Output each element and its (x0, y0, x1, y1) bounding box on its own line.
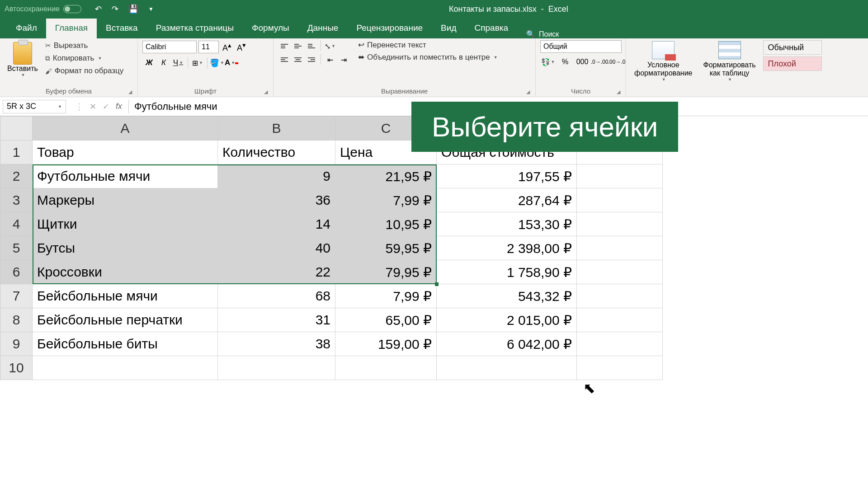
italic-button[interactable]: К (157, 56, 170, 69)
cell-c3[interactable]: 7,99 ₽ (335, 188, 437, 212)
align-right-button[interactable] (305, 54, 318, 66)
cell-c6[interactable]: 79,95 ₽ (335, 260, 437, 284)
copy-button[interactable]: ⧉Копировать▼ (44, 53, 124, 64)
col-header-a[interactable]: A (33, 116, 218, 141)
cell-e8[interactable] (577, 308, 663, 332)
cell-d3[interactable]: 287,64 ₽ (437, 188, 577, 212)
tab-data[interactable]: Данные (298, 19, 348, 38)
search-label[interactable]: Поиск (539, 30, 559, 38)
comma-button[interactable]: 000 (575, 56, 590, 68)
cell-c8[interactable]: 65,00 ₽ (335, 308, 437, 332)
tab-view[interactable]: Вид (432, 19, 465, 38)
row-header-6[interactable]: 6 (0, 260, 33, 284)
orientation-button[interactable]: ⤡▼ (324, 40, 336, 52)
cell-d8[interactable]: 2 015,00 ₽ (437, 308, 577, 332)
bold-button[interactable]: Ж (142, 56, 156, 69)
cell-d10[interactable] (437, 356, 577, 380)
row-header-5[interactable]: 5 (0, 236, 33, 260)
cell-b2[interactable]: 9 (218, 164, 335, 188)
borders-button[interactable]: ⊞▼ (191, 56, 204, 69)
qat-customize-icon[interactable]: ▼ (148, 6, 154, 12)
cell-c10[interactable] (335, 356, 437, 380)
cell-a1[interactable]: Товар (33, 141, 218, 164)
conditional-format-button[interactable]: Условноеформатирование▼ (631, 40, 696, 83)
paste-button[interactable]: Вставить ▼ (5, 40, 41, 79)
row-header-7[interactable]: 7 (0, 284, 33, 308)
cell-a3[interactable]: Маркеры (33, 188, 218, 212)
cell-b8[interactable]: 31 (218, 308, 335, 332)
cell-c5[interactable]: 59,95 ₽ (335, 236, 437, 260)
tab-home[interactable]: Главная (46, 19, 97, 38)
cell-style-normal[interactable]: Обычный (763, 40, 822, 55)
cell-b7[interactable]: 68 (218, 284, 335, 308)
cell-d7[interactable]: 543,32 ₽ (437, 284, 577, 308)
decrease-decimal-button[interactable]: .00→.0 (609, 56, 624, 68)
align-center-button[interactable] (292, 54, 304, 66)
fx-icon[interactable]: fx (116, 102, 122, 111)
cell-d9[interactable]: 6 042,00 ₽ (437, 332, 577, 356)
cell-e4[interactable] (577, 212, 663, 236)
font-name-select[interactable] (142, 41, 197, 53)
shrink-font-icon[interactable]: A▾ (235, 40, 248, 54)
tab-help[interactable]: Справка (465, 19, 517, 38)
launcher-icon[interactable]: ◢ (264, 89, 268, 95)
undo-icon[interactable]: ↶ (95, 4, 102, 14)
cell-b9[interactable]: 38 (218, 332, 335, 356)
cell-e5[interactable] (577, 236, 663, 260)
percent-button[interactable]: % (557, 56, 573, 68)
cancel-icon[interactable]: ✕ (90, 102, 96, 112)
cell-c2[interactable]: 21,95 ₽ (335, 164, 437, 188)
cell-e6[interactable] (577, 260, 663, 284)
cell-a8[interactable]: Бейсбольные перчатки (33, 308, 218, 332)
select-all-corner[interactable] (0, 116, 33, 141)
launcher-icon[interactable]: ◢ (526, 89, 530, 95)
font-size-select[interactable] (198, 41, 219, 53)
launcher-icon[interactable]: ◢ (128, 89, 132, 95)
font-color-button[interactable]: A▼ (225, 56, 238, 69)
save-icon[interactable]: 💾 (128, 4, 138, 14)
cell-b6[interactable]: 22 (218, 260, 335, 284)
cell-c9[interactable]: 159,00 ₽ (335, 332, 437, 356)
cell-e2[interactable] (577, 164, 663, 188)
cell-c4[interactable]: 10,95 ₽ (335, 212, 437, 236)
cell-d6[interactable]: 1 758,90 ₽ (437, 260, 577, 284)
align-middle-button[interactable] (292, 40, 304, 52)
accounting-format-button[interactable]: 💱▼ (540, 56, 556, 68)
format-as-table-button[interactable]: Форматироватькак таблицу▼ (699, 40, 759, 83)
cell-e7[interactable] (577, 284, 663, 308)
wrap-text-button[interactable]: ↩Перенести текст (358, 40, 498, 50)
cut-button[interactable]: ✂Вырезать (44, 40, 124, 51)
launcher-icon[interactable]: ◢ (617, 89, 620, 95)
increase-decimal-button[interactable]: .0→.00 (592, 56, 607, 68)
confirm-icon[interactable]: ✓ (103, 102, 109, 112)
increase-indent-button[interactable]: ⇥ (337, 54, 350, 66)
cell-a6[interactable]: Кроссовки (33, 260, 218, 284)
cell-c7[interactable]: 7,99 ₽ (335, 284, 437, 308)
cell-a10[interactable] (33, 356, 218, 380)
row-header-10[interactable]: 10 (0, 356, 33, 380)
cell-e10[interactable] (577, 356, 663, 380)
row-header-9[interactable]: 9 (0, 332, 33, 356)
align-bottom-button[interactable] (305, 40, 318, 52)
cell-e9[interactable] (577, 332, 663, 356)
number-format-select[interactable] (540, 40, 622, 53)
row-header-8[interactable]: 8 (0, 308, 33, 332)
tab-insert[interactable]: Вставка (97, 19, 147, 38)
cell-a2[interactable]: Футбольные мячи (33, 164, 218, 188)
tab-layout[interactable]: Разметка страницы (147, 19, 243, 38)
cell-b5[interactable]: 40 (218, 236, 335, 260)
cell-a4[interactable]: Щитки (33, 212, 218, 236)
autosave-toggle[interactable] (63, 5, 81, 13)
cell-a7[interactable]: Бейсбольные мячи (33, 284, 218, 308)
row-header-4[interactable]: 4 (0, 212, 33, 236)
grow-font-icon[interactable]: A▴ (221, 40, 233, 54)
tab-file[interactable]: Файл (7, 19, 46, 38)
tab-review[interactable]: Рецензирование (347, 19, 432, 38)
row-header-1[interactable]: 1 (0, 141, 33, 164)
merge-center-button[interactable]: ⬌Объединить и поместить в центре▼ (358, 52, 498, 62)
tab-formulas[interactable]: Формулы (243, 19, 298, 38)
row-header-2[interactable]: 2 (0, 164, 33, 188)
align-top-button[interactable] (278, 40, 291, 52)
redo-icon[interactable]: ↷ (112, 4, 118, 14)
row-header-3[interactable]: 3 (0, 188, 33, 212)
